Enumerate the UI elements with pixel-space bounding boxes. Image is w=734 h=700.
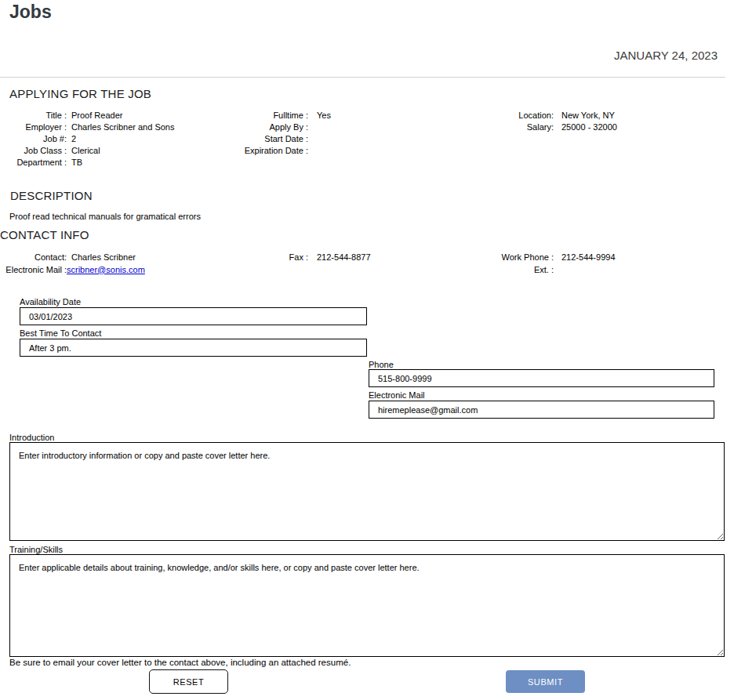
page-date: JANUARY 24, 2023 bbox=[614, 49, 718, 62]
job-number-value: 2 bbox=[71, 133, 76, 145]
job-detail-row-expiration-date: Expiration Date : bbox=[235, 145, 331, 157]
location-label: Location: bbox=[478, 110, 554, 122]
email-label: Electronic Mail bbox=[369, 390, 425, 400]
cover-letter-note: Be sure to email your cover letter to th… bbox=[9, 658, 351, 667]
contact-row-name: Contact: Charles Scribner bbox=[0, 252, 145, 264]
phone-label: Phone bbox=[369, 360, 394, 369]
job-class-value: Clerical bbox=[71, 145, 100, 157]
training-skills-textarea[interactable]: Enter applicable details about training,… bbox=[9, 554, 725, 657]
title-label: Title : bbox=[0, 110, 67, 122]
reset-button[interactable]: RESET bbox=[149, 669, 228, 694]
job-detail-row-salary: Salary: 25000 - 32000 bbox=[478, 122, 617, 133]
contact-column-2: Fax : 212-544-8877 bbox=[235, 252, 371, 264]
job-details-column-2: Fulltime : Yes Apply By : Start Date : E… bbox=[235, 110, 331, 157]
job-description-text: Proof read technical manuals for gramati… bbox=[9, 212, 201, 221]
introduction-label: Introduction bbox=[9, 433, 54, 442]
location-value: New York, NY bbox=[561, 110, 615, 122]
employer-value: Charles Scribner and Sons bbox=[71, 122, 174, 133]
contact-email-link[interactable]: scribner@sonis.com bbox=[67, 264, 145, 277]
header-divider bbox=[0, 77, 725, 78]
training-skills-label: Training/Skills bbox=[9, 545, 63, 554]
email-input[interactable] bbox=[369, 401, 714, 419]
contact-row-email: Electronic Mail : scribner@sonis.com bbox=[0, 264, 145, 277]
department-value: TB bbox=[71, 157, 82, 169]
page-title: Jobs bbox=[9, 2, 52, 23]
best-time-input[interactable] bbox=[20, 339, 367, 357]
contact-row-fax: Fax : 212-544-8877 bbox=[235, 252, 371, 264]
submit-button[interactable]: SUBMIT bbox=[506, 670, 585, 693]
contact-row-work-phone: Work Phone : 212-544-9994 bbox=[478, 252, 616, 264]
salary-label: Salary: bbox=[478, 122, 554, 133]
job-detail-row-job-number: Job #: 2 bbox=[0, 133, 174, 145]
phone-input[interactable] bbox=[369, 369, 714, 387]
salary-value: 25000 - 32000 bbox=[561, 122, 617, 133]
fulltime-value: Yes bbox=[317, 110, 331, 122]
contact-column-1: Contact: Charles Scribner Electronic Mai… bbox=[0, 252, 145, 276]
fax-value: 212-544-8877 bbox=[317, 252, 371, 264]
job-details-column-3: Location: New York, NY Salary: 25000 - 3… bbox=[478, 110, 617, 133]
best-time-label: Best Time To Contact bbox=[20, 328, 101, 338]
expiration-date-label: Expiration Date : bbox=[235, 145, 308, 157]
employer-label: Employer : bbox=[0, 122, 67, 133]
section-heading-contact: CONTACT INFO bbox=[0, 228, 89, 241]
job-detail-row-location: Location: New York, NY bbox=[478, 110, 617, 122]
contact-email-label: Electronic Mail : bbox=[0, 264, 67, 277]
section-heading-description: DESCRIPTION bbox=[10, 189, 93, 202]
job-detail-row-fulltime: Fulltime : Yes bbox=[235, 110, 331, 122]
job-class-label: Job Class : bbox=[0, 145, 67, 157]
work-phone-label: Work Phone : bbox=[478, 252, 554, 264]
job-number-label: Job #: bbox=[0, 133, 67, 145]
availability-date-label: Availability Date bbox=[20, 297, 81, 306]
job-detail-row-job-class: Job Class : Clerical bbox=[0, 145, 174, 157]
job-detail-row-start-date: Start Date : bbox=[235, 133, 331, 145]
apply-by-label: Apply By : bbox=[235, 122, 308, 133]
jobs-page: Jobs JANUARY 24, 2023 APPLYING FOR THE J… bbox=[0, 0, 734, 700]
contact-column-3: Work Phone : 212-544-9994 Ext. : bbox=[478, 252, 616, 276]
job-details-column-1: Title : Proof Reader Employer : Charles … bbox=[0, 110, 174, 169]
job-detail-row-title: Title : Proof Reader bbox=[0, 110, 174, 122]
title-value: Proof Reader bbox=[71, 110, 122, 122]
fax-label: Fax : bbox=[235, 252, 308, 264]
contact-value: Charles Scribner bbox=[71, 252, 136, 264]
section-heading-applying: APPLYING FOR THE JOB bbox=[9, 87, 151, 100]
job-detail-row-employer: Employer : Charles Scribner and Sons bbox=[0, 122, 174, 133]
introduction-textarea[interactable]: Enter introductory information or copy a… bbox=[9, 442, 725, 541]
job-detail-row-department: Department : TB bbox=[0, 157, 174, 169]
start-date-label: Start Date : bbox=[235, 133, 308, 145]
fulltime-label: Fulltime : bbox=[235, 110, 308, 122]
availability-date-input[interactable] bbox=[20, 307, 367, 325]
department-label: Department : bbox=[0, 157, 67, 169]
work-phone-value: 212-544-9994 bbox=[561, 252, 616, 264]
contact-label: Contact: bbox=[0, 252, 67, 264]
job-detail-row-apply-by: Apply By : bbox=[235, 122, 331, 133]
contact-row-ext: Ext. : bbox=[478, 264, 616, 277]
ext-label: Ext. : bbox=[478, 264, 554, 277]
